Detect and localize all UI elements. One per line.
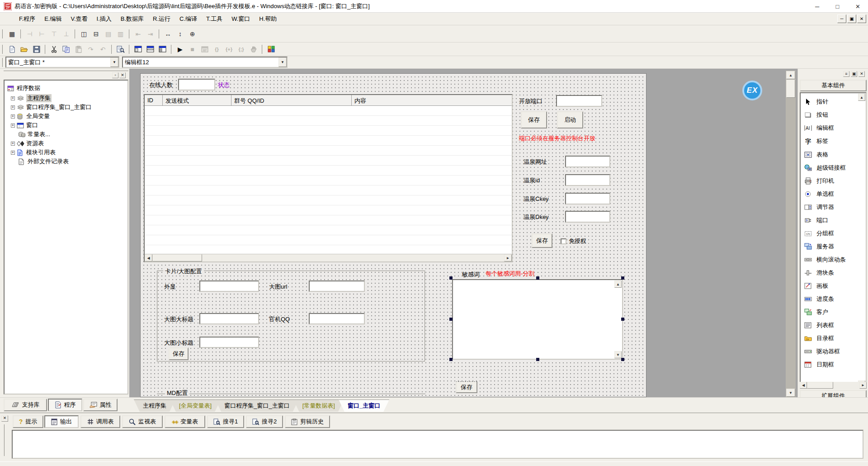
checkbox-icon[interactable] [561, 238, 566, 244]
menu-view[interactable]: V.查看 [66, 14, 92, 24]
close-icon[interactable]: ✕ [119, 72, 126, 78]
align-right-button[interactable]: ⊢ [36, 29, 48, 39]
selection-handle[interactable] [536, 276, 539, 280]
tree-item-external-files[interactable]: 外部文件记录表 [18, 157, 69, 166]
tree-item-main-assembly[interactable]: + 主程序集 [11, 94, 52, 102]
center-horizontal-button[interactable]: ◫ [78, 29, 90, 39]
license-checkbox[interactable]: 免授权 [561, 237, 586, 245]
mdi-restore-button[interactable]: ▣ [847, 14, 856, 23]
palette-item-hscrollbar[interactable]: 横向滚动条 [804, 255, 846, 265]
wq-ckey-input[interactable] [565, 193, 610, 204]
port-save-button[interactable]: 保存 [521, 111, 547, 128]
menu-insert[interactable]: I.插入 [92, 14, 116, 24]
palette-item-groupbox[interactable]: CN分组框 [804, 228, 834, 238]
output-tab-hints[interactable]: ? 提示 [13, 415, 43, 428]
palette-item-canvas[interactable]: 画板 [804, 281, 828, 291]
palette-item-button[interactable]: 按钮 [804, 110, 828, 120]
selection-handle[interactable] [449, 276, 453, 280]
palette-hscrollbar[interactable]: ◀ ► [800, 382, 867, 389]
output-textarea[interactable] [12, 430, 863, 459]
port-start-button[interactable]: 启动 [557, 111, 583, 128]
panel-restore-icon[interactable]: ▣ [851, 71, 857, 77]
scroll-down-icon[interactable]: ▼ [786, 389, 795, 397]
scroll-thumb[interactable] [152, 254, 202, 262]
mdi-close-button[interactable]: ✕ [857, 14, 866, 23]
palette-item-datebox[interactable]: 日期框 [804, 360, 834, 370]
paste-button[interactable] [72, 44, 85, 55]
tree-item-global-vars[interactable]: + 全局变量 [11, 112, 50, 120]
doc-tab-constant-table[interactable]: [常量数据表] [293, 399, 344, 412]
find-button[interactable] [114, 44, 127, 55]
close-button[interactable]: ✕ [848, 0, 868, 13]
tree-item-window[interactable]: + 窗口 [11, 121, 38, 129]
menu-run[interactable]: R.运行 [148, 14, 175, 24]
toolbar-grip[interactable] [2, 45, 4, 54]
palette-item-dirbox[interactable]: Dir目录框 [804, 333, 834, 343]
wq-save-button[interactable]: 保存 [532, 233, 552, 248]
chevron-down-icon[interactable]: ▼ [278, 57, 287, 67]
palette-item-pointer[interactable]: 指针 [804, 97, 828, 107]
palette-item-slider[interactable]: 滑块条 [804, 268, 834, 278]
hostqq-input[interactable] [309, 313, 365, 324]
scroll-right-icon[interactable]: ► [859, 382, 867, 389]
member-combobox[interactable]: ▼ [122, 57, 288, 68]
doc-tab-window-assembly[interactable]: 窗口程序集_窗口_主窗口 [215, 399, 298, 412]
table-body[interactable] [145, 106, 512, 255]
tree-item-resources[interactable]: + 资源表 [11, 139, 44, 147]
insert-module-button[interactable] [265, 44, 277, 55]
online-count-input[interactable] [178, 79, 215, 90]
expander-icon[interactable]: + [11, 96, 15, 100]
column-header-group[interactable]: 群号 QQ/ID [231, 95, 352, 105]
designer-vscrollbar[interactable]: ▲ ▼ [786, 71, 796, 397]
tree-item-window-assembly[interactable]: + 窗口程序集_窗口_主窗口 [11, 103, 91, 111]
selection-handle[interactable] [621, 358, 624, 361]
palette-item-client[interactable]: 客户 [804, 307, 828, 317]
tab-program[interactable]: 程序 [48, 399, 82, 411]
align-left-button[interactable]: ⊣ [24, 29, 36, 39]
doc-tab-main-window[interactable]: 窗口_主窗口 [339, 399, 389, 412]
card-save-button[interactable]: 保存 [169, 347, 189, 360]
open-port-input[interactable] [556, 95, 602, 107]
column-header-id[interactable]: ID [145, 95, 163, 105]
palette-item-printer[interactable]: 打印机 [804, 176, 834, 186]
scroll-thumb[interactable] [786, 80, 795, 98]
selection-handle[interactable] [449, 358, 453, 361]
expander-icon[interactable]: + [11, 142, 15, 146]
menu-tools[interactable]: T.工具 [202, 14, 227, 24]
output-tab-clip-history[interactable]: 剪辑历史 [285, 415, 330, 428]
close-output-icon[interactable]: ✕ [1, 415, 8, 422]
output-tab-calls[interactable]: 调用表 [80, 415, 120, 428]
palette-item-label[interactable]: 字标签 [804, 136, 828, 146]
open-button[interactable] [18, 44, 30, 55]
object-combobox[interactable]: ▼ [5, 57, 119, 68]
run-button[interactable]: ▶ [174, 44, 186, 55]
scroll-up-icon[interactable]: ▲ [858, 94, 865, 101]
palette-item-spinner[interactable]: 调节器 [804, 202, 834, 212]
step-into-button[interactable]: {} [211, 44, 223, 55]
expander-icon[interactable]: + [11, 151, 15, 155]
selection-handle[interactable] [621, 318, 624, 321]
wq-url-input[interactable] [565, 156, 610, 167]
toolbar-grip[interactable] [2, 58, 4, 67]
form-grid-button[interactable]: ▦ [6, 29, 18, 39]
output-tab-search2[interactable]: 搜寻2 [246, 415, 283, 428]
output-tab-variables[interactable]: ◈◈ 变量表 [165, 415, 205, 428]
scroll-thumb[interactable] [807, 382, 833, 389]
doc-tab-global-vars[interactable]: [全局变量表] [170, 399, 221, 412]
bigsub-input[interactable] [199, 337, 259, 348]
waixian-input[interactable] [199, 281, 259, 292]
column-header-content[interactable]: 内容 [352, 95, 512, 105]
copy-button[interactable] [60, 44, 72, 55]
undo-button[interactable]: ↶ [97, 44, 109, 55]
scroll-left-icon[interactable]: ◀ [800, 382, 807, 389]
chevron-down-icon[interactable]: ▼ [110, 57, 118, 67]
scroll-down-icon[interactable]: ▼ [614, 351, 622, 358]
palette-item-server[interactable]: 服务器 [804, 242, 834, 252]
same-width-button[interactable]: ↔ [162, 29, 174, 39]
expander-icon[interactable]: + [11, 124, 15, 128]
view-both-button[interactable] [156, 44, 169, 55]
view-form-button[interactable] [132, 44, 144, 55]
member-combo-input[interactable] [123, 57, 278, 67]
panel-close-icon[interactable]: ✕ [859, 71, 865, 77]
palette-item-port[interactable]: 端口 [804, 215, 828, 225]
